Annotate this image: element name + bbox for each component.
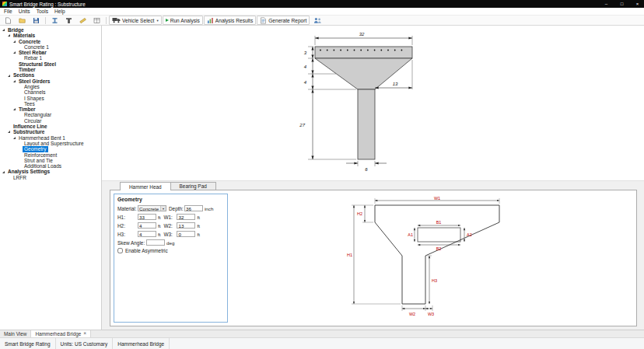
tree-item-label: LRFR <box>12 175 28 180</box>
tree-item-steel-girders[interactable]: Steel Girders <box>0 79 101 84</box>
tree-item-additional-loads[interactable]: Additional Loads <box>0 163 101 169</box>
measure-button[interactable] <box>76 16 89 25</box>
status-document: Hammerhead Bridge <box>113 338 170 349</box>
menu-tools[interactable]: Tools <box>33 9 51 14</box>
vehicle-select-button[interactable]: Vehicle Select ▾ <box>109 16 162 25</box>
tree-item-label: Sections <box>12 72 36 78</box>
tree-item-circular[interactable]: Circular <box>0 118 101 124</box>
tree-expand-icon[interactable] <box>13 108 16 110</box>
maximize-button[interactable]: □ <box>615 0 628 8</box>
app-logo-icon <box>2 2 7 6</box>
tree-expand-icon[interactable] <box>2 171 5 173</box>
w2-input[interactable] <box>177 222 195 229</box>
tree-item-lrfr[interactable]: LRFR <box>0 175 101 180</box>
tree-expand-icon[interactable] <box>2 29 5 31</box>
tree-expand-icon[interactable] <box>13 51 16 54</box>
save-button[interactable] <box>30 16 43 25</box>
chevron-down-icon[interactable]: ▾ <box>160 206 166 211</box>
skew-angle-label: Skew Angle: <box>117 240 146 246</box>
document-tabbar: Main View Hammerhead Bridge × <box>0 330 644 337</box>
menu-file[interactable]: File <box>1 9 16 14</box>
tree-item-bridge[interactable]: Bridge <box>0 27 101 33</box>
tree-item-analysis-settings[interactable]: Analysis Settings <box>0 169 101 174</box>
user-accounts-button[interactable] <box>310 16 325 25</box>
tree-item-geometry[interactable]: Geometry <box>0 146 101 152</box>
status-units: Units: US Customary <box>56 338 114 349</box>
ibeam-section-button[interactable] <box>48 16 61 25</box>
tree-item-concrete-1[interactable]: Concrete 1 <box>0 44 101 50</box>
dim-label-h3: H3 <box>432 278 437 283</box>
h1-input[interactable] <box>138 214 156 220</box>
tree-item-hammerhead-bent-1[interactable]: Hammerhead Bent 1 <box>0 135 101 141</box>
play-icon <box>166 19 169 22</box>
tree-item-rectangular[interactable]: Rectangular <box>0 112 101 117</box>
doc-tab-label: Main View <box>4 331 26 337</box>
material-select[interactable]: Concrete 1 ▾ <box>138 205 166 211</box>
dim-upper-taper: 4 <box>304 65 307 69</box>
h2-unit: ft <box>158 223 160 229</box>
tree-item-reinforcement[interactable]: Reinforcement <box>0 152 101 158</box>
w1-input[interactable] <box>177 214 195 220</box>
tree-item-concrete[interactable]: Concrete <box>0 39 101 44</box>
table-button[interactable] <box>90 16 103 25</box>
menu-help[interactable]: Help <box>51 9 68 14</box>
minimize-button[interactable]: – <box>600 0 613 8</box>
tree-item-timber[interactable]: Timber <box>0 106 101 112</box>
dim-label-h1: H1 <box>347 253 352 257</box>
analysis-results-label: Analysis Results <box>215 18 253 23</box>
dim-label-a1: A1 <box>408 232 413 237</box>
run-analysis-button[interactable]: Run Analysis <box>163 16 203 25</box>
tab-close-icon[interactable]: × <box>83 331 86 337</box>
app-window: Smart Bridge Rating : Substructure – □ ×… <box>0 0 644 349</box>
tree-item-influence-line[interactable]: Influence Line <box>0 124 101 129</box>
w3-input[interactable] <box>177 231 195 237</box>
tab-hammer-head[interactable]: Hammer Head <box>120 182 171 190</box>
tree-item-label: Bridge <box>6 27 26 33</box>
generate-report-button[interactable]: Generate Report <box>257 16 310 25</box>
tree-expand-icon[interactable] <box>13 137 16 139</box>
tree-expand-icon[interactable] <box>8 75 10 77</box>
tree-item-strut-and-tie[interactable]: Strut and Tie <box>0 158 101 163</box>
open-file-button[interactable] <box>16 16 29 25</box>
menu-bar: File Units Tools Help <box>0 8 644 15</box>
tree-item-steel-rebar[interactable]: Steel Rebar <box>0 50 101 55</box>
tree-item-materials[interactable]: Materials <box>0 33 101 38</box>
tree-item-label: Channels <box>23 89 47 95</box>
open-folder-icon <box>19 17 26 24</box>
tree-expand-icon[interactable] <box>13 80 16 82</box>
doc-tab-hammerhead-bridge[interactable]: Hammerhead Bridge × <box>31 330 91 337</box>
dim-label-b2: B2 <box>436 246 442 251</box>
new-file-button[interactable] <box>2 16 15 25</box>
tree-item-structural-steel[interactable]: Structural Steel <box>0 61 101 67</box>
analysis-results-button[interactable]: Analysis Results <box>204 16 256 25</box>
doc-tab-main-view[interactable]: Main View <box>0 330 31 337</box>
chevron-down-icon: ▾ <box>156 19 158 23</box>
skew-angle-unit: deg <box>166 240 174 246</box>
skew-angle-input[interactable] <box>146 239 165 246</box>
tree-item-layout-and-superstructure[interactable]: Layout and Superstructure <box>0 141 101 146</box>
tree-item-substructure[interactable]: Substructure <box>0 129 101 134</box>
tree-expand-icon[interactable] <box>8 34 10 37</box>
w1-label: W1: <box>163 215 177 220</box>
tree-item-label: Timber <box>17 106 37 112</box>
menu-units[interactable]: Units <box>16 9 33 14</box>
h3-label: H3: <box>117 232 138 237</box>
enable-asymmetric-checkbox[interactable] <box>117 248 123 253</box>
tree-item-label: Tees <box>23 101 37 106</box>
tree-expand-icon[interactable] <box>8 131 10 133</box>
depth-input[interactable] <box>184 205 203 211</box>
tree-item-angles[interactable]: Angles <box>0 84 101 89</box>
tab-bearing-pad[interactable]: Bearing Pad <box>170 182 216 190</box>
tee-section-button[interactable] <box>62 16 75 25</box>
tree-item-sections[interactable]: Sections <box>0 72 101 78</box>
material-label: Material: <box>117 206 138 211</box>
tree-item-timber[interactable]: Timber <box>0 67 101 72</box>
h3-input[interactable] <box>138 231 156 237</box>
tree-item-i-shapes[interactable]: I Shapes <box>0 96 101 101</box>
tree-item-channels[interactable]: Channels <box>0 89 101 95</box>
close-button[interactable]: × <box>631 0 644 8</box>
h2-input[interactable] <box>138 222 156 229</box>
tree-item-rebar-1[interactable]: Rebar 1 <box>0 55 101 61</box>
tree-expand-icon[interactable] <box>13 40 16 43</box>
tree-item-tees[interactable]: Tees <box>0 101 101 106</box>
